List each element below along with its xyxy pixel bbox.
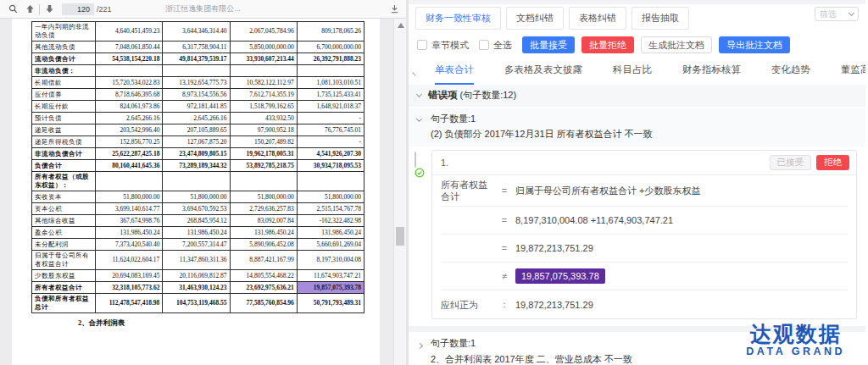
select-all-checkbox[interactable]	[479, 40, 489, 50]
value-cell	[163, 172, 230, 191]
error-group-header[interactable]: 句子数量:1 (2) 负债部分 2017年12月31日 所有者权益合计 不一致	[409, 108, 865, 147]
subtab-5[interactable]: 董监高人员	[841, 64, 865, 85]
tab-2[interactable]: 表格纠错	[569, 7, 626, 30]
row-label: 一年内到期的非流动负债	[32, 22, 96, 41]
value-cell: 20,694,083,169.45	[96, 270, 163, 282]
value-cell: 8,973,154,556.56	[163, 89, 230, 101]
accepted-check-icon	[415, 168, 426, 178]
page-number-input[interactable]	[62, 3, 94, 15]
table-row: 应付债券8,718,646,395.688,973,154,556.567,61…	[32, 89, 364, 101]
equation-row: 应纠正为：19,872,213,751.29	[441, 290, 848, 318]
table-row: 所有者权益（或股东权益）：	[32, 172, 364, 191]
row-label: 预计负债	[32, 113, 96, 124]
value-cell: 203,542,996.40	[96, 124, 163, 136]
value-cell: 83,092,007.84	[230, 215, 297, 227]
filter-dropdown[interactable]: 筛选	[815, 7, 859, 21]
scrollbar-up-icon[interactable]	[398, 23, 404, 28]
value-cell: 150,207,489.82	[230, 136, 297, 148]
row-label: 负债和所有者权益总计	[32, 294, 96, 313]
subtab-2[interactable]: 科目占比	[613, 64, 652, 85]
value-cell: 112,478,547,418.98	[96, 294, 163, 313]
table-row: 非流动负债合计25,622,287,425.1823,474,809,805.1…	[32, 148, 364, 160]
value-cell: 97,900,952.18	[230, 124, 297, 136]
subtab-4[interactable]: 变化趋势	[771, 64, 810, 85]
document-scroll-area[interactable]: 一年内到期的非流动负债4,640,451,459.233,644,346,314…	[0, 19, 406, 365]
table-row: 其他综合收益367,674,998.76268,845,954.1283,092…	[32, 215, 364, 227]
equation-operator: ≠	[493, 271, 515, 281]
subtab-3[interactable]: 财务指标核算	[682, 64, 741, 85]
table-row: 盈余公积131,986,450.24131,986,450.24131,986,…	[32, 227, 364, 239]
list-divider	[409, 326, 865, 332]
reject-button[interactable]: 拒绝	[816, 155, 849, 170]
value-cell: 7,048,061,850.44	[96, 41, 163, 53]
toolbar-divider	[39, 4, 40, 14]
row-label: 非流动负债：	[32, 65, 96, 77]
row-label: 所有者权益（或股东权益）：	[32, 172, 96, 191]
equation-value: 8,197,310,004.08 +11,674,903,747.21	[515, 215, 673, 225]
batch-accept-button[interactable]: 批量接受	[522, 36, 575, 53]
generate-annotation-doc-button[interactable]: 生成批注文档	[641, 36, 712, 53]
value-cell: 23,474,809,805.15	[163, 148, 230, 160]
zoom-search-icon[interactable]	[7, 3, 19, 15]
card-gutter	[415, 152, 426, 178]
error-card-wrap: 1. 已接受 拒绝 所有者权益合计=归属于母公司所有者权益合计 +少数股东权益=…	[409, 147, 865, 319]
value-cell: 8,197,310,004.08	[297, 251, 364, 270]
download-icon[interactable]	[388, 3, 400, 15]
value-cell: 131,986,450.24	[96, 227, 163, 239]
scrollbar-thumb[interactable]	[396, 227, 404, 246]
value-cell: 152,856,770.25	[96, 136, 163, 148]
value-cell: 1,648,921,018.37	[297, 101, 364, 113]
value-cell: 51,800,000.00	[96, 191, 163, 203]
table-row: 未分配利润7,373,420,540.407,200,557,314.475,8…	[32, 239, 364, 251]
card-checkbox[interactable]	[415, 152, 416, 168]
batch-reject-button[interactable]: 批量拒绝	[581, 36, 634, 53]
error-item-list: 句子数量:12、合并利润表 2017年度 二、营业总成本 不一致句子数量:12、…	[409, 332, 865, 365]
value-cell: 6,317,758,904.11	[163, 41, 230, 53]
value-cell: 4,541,926,207.30	[297, 148, 364, 160]
value-cell: 2,645,266.16	[96, 113, 163, 124]
value-cell: 73,289,189,344.32	[163, 160, 230, 172]
document-page: 一年内到期的非流动负债4,640,451,459.233,644,346,314…	[12, 19, 380, 365]
error-list-item[interactable]: 句子数量:12、合并利润表 2017年度 二、营业总成本 不一致	[409, 332, 865, 365]
value-cell: 30,934,718,095.53	[297, 160, 364, 172]
document-scrollbar[interactable]	[393, 19, 406, 365]
value-cell: 10,582,122,112.97	[230, 77, 297, 89]
tab-1[interactable]: 文档纠错	[506, 7, 564, 30]
row-label: 长期应付款	[32, 101, 96, 113]
accepted-button[interactable]: 已接受	[770, 155, 812, 170]
value-cell: 5,660,691,269.04	[297, 239, 364, 251]
next-section-heading: 2、合并利润表	[78, 318, 380, 329]
value-cell	[297, 172, 364, 191]
value-cell: 2,645,266.16	[163, 113, 230, 124]
page-down-icon[interactable]	[43, 3, 55, 15]
chevron-left-icon[interactable]	[412, 72, 415, 75]
table-row: 所有者权益合计32,318,105,773.6231,463,930,124.2…	[32, 282, 364, 294]
value-cell: 77,585,760,854.96	[230, 294, 297, 313]
export-annotation-doc-button[interactable]: 导出批注文档	[719, 36, 790, 53]
row-label: 少数股东权益	[32, 270, 96, 282]
row-label: 非流动负债合计	[32, 148, 96, 160]
value-cell: 31,463,930,124.23	[163, 282, 230, 294]
error-section-header[interactable]: 错误项 (句子数量:12)	[409, 85, 865, 107]
chapter-mode-checkbox[interactable]	[417, 40, 427, 50]
group-sentence-count: 句子数量:1	[431, 113, 857, 125]
row-label: 流动负债合计	[32, 53, 96, 65]
value-cell: 33,930,607,213.44	[230, 53, 297, 65]
value-cell: 11,347,860,311.36	[163, 251, 230, 270]
value-cell: 7,200,557,314.47	[163, 239, 230, 251]
value-cell: 7,373,420,540.40	[96, 239, 163, 251]
subtab-1[interactable]: 多表格及表文披露	[504, 64, 582, 85]
subtab-0[interactable]: 单表合计	[435, 64, 474, 85]
value-cell: 1,081,103,010.51	[297, 77, 364, 89]
value-cell: 809,178,065.26	[297, 22, 364, 41]
table-row: 非流动负债：	[32, 65, 364, 77]
value-cell: 51,800,000.00	[163, 191, 230, 203]
error-section-title: 错误项	[428, 89, 458, 102]
value-cell: 367,674,998.76	[96, 215, 163, 227]
row-label: 资本公积	[32, 203, 96, 215]
table-row: 预计负债2,645,266.162,645,266.16433,932.50-	[32, 113, 364, 124]
value-cell: 127,067,875.20	[163, 136, 230, 148]
tab-3[interactable]: 报告抽取	[632, 7, 689, 30]
page-up-icon[interactable]	[24, 3, 36, 15]
tab-finance-consistency[interactable]: 财务一致性审核	[415, 7, 501, 30]
